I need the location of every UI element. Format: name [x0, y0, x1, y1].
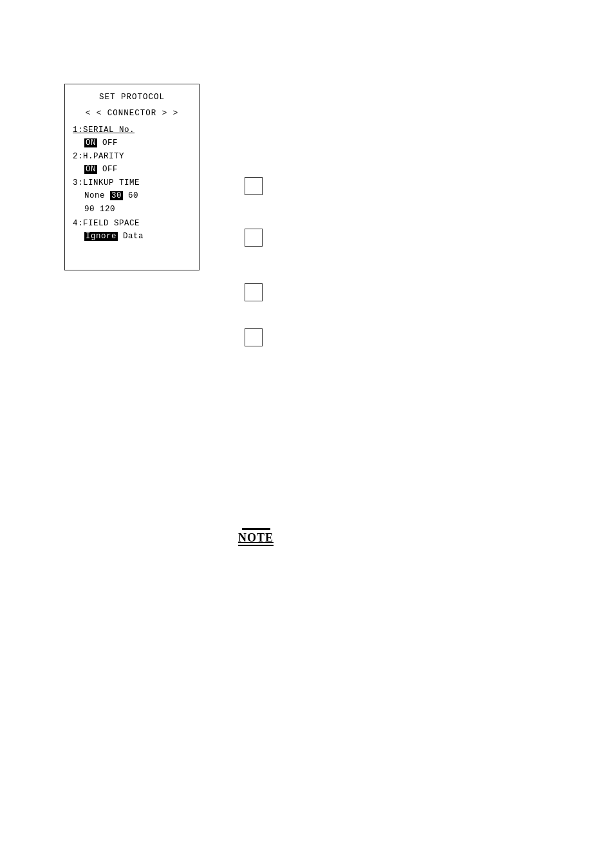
item4-label: 4:FIELD SPACE: [73, 219, 140, 228]
small-square-4: [245, 328, 263, 346]
item4-data: Data: [118, 232, 144, 241]
item2-row: 2:H.PARITY: [73, 150, 191, 163]
item3-90-120: 90 120: [84, 205, 115, 214]
item2-off: OFF: [97, 165, 118, 174]
small-square-1: [245, 177, 263, 195]
item4-ignore[interactable]: Ignore: [84, 232, 118, 241]
nav-connector: < CONNECTOR >: [97, 109, 168, 118]
item1-row: 1:SERIAL No.: [73, 124, 191, 137]
screen-panel: SET PROTOCOL < < CONNECTOR > > 1:SERIAL …: [64, 84, 200, 270]
item3-60: 60: [123, 191, 138, 200]
small-square-2: [245, 229, 263, 247]
note-icon: NOTE: [238, 528, 274, 546]
item3-30[interactable]: 30: [110, 191, 123, 200]
nav-left-arrow: <: [86, 109, 97, 118]
item3-row: 3:LINKUP TIME: [73, 176, 191, 189]
item1-options: ON OFF: [73, 137, 191, 150]
item4-options: Ignore Data: [73, 230, 191, 243]
item2-label: 2:H.PARITY: [73, 152, 124, 161]
panel-title: SET PROTOCOL: [73, 91, 191, 104]
item4-row: 4:FIELD SPACE: [73, 217, 191, 230]
item1-off: OFF: [97, 138, 118, 147]
panel-nav: < < CONNECTOR > >: [73, 107, 191, 120]
item1-on[interactable]: ON: [84, 138, 97, 147]
note-label: NOTE: [238, 531, 274, 546]
item2-options: ON OFF: [73, 163, 191, 176]
small-square-3: [245, 283, 263, 301]
item3-label: 3:LINKUP TIME: [73, 178, 140, 187]
note-top-bar: [242, 528, 270, 530]
nav-right-arrow: >: [167, 109, 178, 118]
item2-on[interactable]: ON: [84, 165, 97, 174]
item3-options: None 30 60 90 120: [73, 189, 191, 217]
item1-label: 1:SERIAL No.: [73, 126, 135, 135]
item3-none: None: [84, 191, 110, 200]
